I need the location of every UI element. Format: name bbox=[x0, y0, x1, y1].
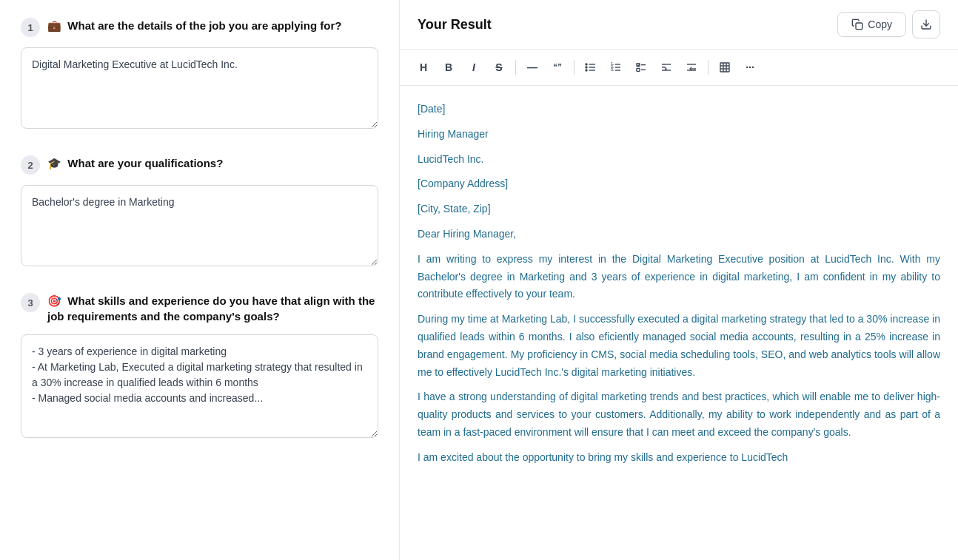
toolbar-indent-btn[interactable] bbox=[654, 55, 678, 79]
copy-icon bbox=[851, 18, 863, 30]
toolbar-bullet-list-btn[interactable] bbox=[579, 55, 603, 79]
answer-input-1[interactable]: Digital Marketing Executive at LucidTech… bbox=[21, 47, 378, 129]
toolbar-italic-btn[interactable]: I bbox=[462, 55, 486, 79]
download-icon bbox=[920, 18, 932, 30]
svg-text:3.: 3. bbox=[611, 68, 614, 72]
question-header-2: 2 🎓 What are your qualifications? bbox=[21, 155, 378, 175]
toolbar-quote-btn[interactable]: “” bbox=[546, 55, 569, 79]
address-line: [Company Address] bbox=[418, 175, 940, 193]
toolbar-strikethrough-btn[interactable]: S bbox=[487, 55, 511, 79]
download-button[interactable] bbox=[912, 10, 940, 38]
question-text-2: 🎓 What are your qualifications? bbox=[47, 155, 223, 171]
salutation-line: Dear Hiring Manager, bbox=[418, 226, 940, 243]
body-paragraph-4: I am excited about the opportunity to br… bbox=[418, 449, 940, 467]
question-block-2: 2 🎓 What are your qualifications? Bachel… bbox=[21, 155, 378, 269]
question-icon-1: 💼 bbox=[47, 19, 61, 32]
answer-input-2[interactable]: Bachelor's degree in Marketing bbox=[21, 185, 378, 266]
checklist-icon bbox=[635, 61, 647, 73]
svg-point-7 bbox=[586, 70, 587, 71]
question-icon-2: 🎓 bbox=[47, 157, 61, 169]
bullet-list-icon bbox=[585, 61, 597, 73]
right-panel: Your Result Copy H B I S — bbox=[400, 0, 958, 560]
toolbar-separator-3 bbox=[708, 60, 709, 75]
body-paragraph-3: I have a strong understanding of digital… bbox=[418, 388, 940, 441]
company-line: LucidTech Inc. bbox=[418, 151, 940, 169]
body-paragraph-1: I am writing to express my interest in t… bbox=[418, 251, 940, 303]
question-label-1: What are the details of the job you are … bbox=[67, 19, 341, 32]
city-line: [City, State, Zip] bbox=[418, 200, 940, 218]
svg-rect-24 bbox=[720, 63, 729, 72]
recipient-line: Hiring Manager bbox=[418, 126, 940, 144]
question-label-2: What are your qualifications? bbox=[67, 157, 223, 169]
question-header-1: 1 💼 What are the details of the job you … bbox=[21, 18, 378, 37]
toolbar-separator-2 bbox=[574, 60, 575, 75]
toolbar-heading-btn[interactable]: H bbox=[412, 55, 435, 79]
question-block-1: 1 💼 What are the details of the job you … bbox=[21, 18, 378, 132]
result-header: Your Result Copy bbox=[400, 0, 958, 50]
editor-toolbar: H B I S — “” 1.2.3. ··· bbox=[400, 50, 958, 86]
answer-input-3[interactable]: - 3 years of experience in digital marke… bbox=[21, 334, 378, 438]
toolbar-outdent-btn[interactable] bbox=[680, 55, 703, 79]
copy-button[interactable]: Copy bbox=[837, 12, 906, 37]
toolbar-table-btn[interactable] bbox=[713, 55, 737, 79]
table-icon bbox=[719, 61, 731, 73]
toolbar-separator-1 bbox=[515, 60, 516, 75]
toolbar-checklist-btn[interactable] bbox=[629, 55, 653, 79]
question-header-3: 3 🎯 What skills and experience do you ha… bbox=[21, 293, 378, 324]
question-number-3: 3 bbox=[21, 293, 40, 312]
indent-icon bbox=[660, 61, 672, 73]
left-panel: 1 💼 What are the details of the job you … bbox=[0, 0, 400, 560]
header-actions: Copy bbox=[837, 10, 940, 38]
question-number-1: 1 bbox=[21, 18, 40, 37]
svg-rect-16 bbox=[637, 68, 640, 71]
toolbar-bold-btn[interactable]: B bbox=[437, 55, 460, 79]
svg-point-6 bbox=[586, 67, 587, 68]
body-paragraph-2: During my time at Marketing Lab, I succe… bbox=[418, 311, 940, 381]
question-icon-3: 🎯 bbox=[47, 294, 61, 307]
question-text-3: 🎯 What skills and experience do you have… bbox=[47, 293, 378, 324]
toolbar-hr-btn[interactable]: — bbox=[520, 55, 544, 79]
question-label-3: What skills and experience do you have t… bbox=[47, 294, 375, 323]
question-text-1: 💼 What are the details of the job you ar… bbox=[47, 18, 341, 33]
date-line: [Date] bbox=[418, 101, 940, 118]
result-title: Your Result bbox=[418, 17, 492, 33]
svg-rect-0 bbox=[856, 23, 862, 30]
outdent-icon bbox=[686, 61, 697, 73]
toolbar-ordered-list-btn[interactable]: 1.2.3. bbox=[604, 55, 628, 79]
question-block-3: 3 🎯 What skills and experience do you ha… bbox=[21, 293, 378, 441]
svg-point-5 bbox=[586, 64, 587, 65]
toolbar-more-btn[interactable]: ··· bbox=[738, 55, 762, 79]
ordered-list-icon: 1.2.3. bbox=[610, 61, 622, 73]
editor-content[interactable]: [Date] Hiring Manager LucidTech Inc. [Co… bbox=[400, 86, 958, 560]
question-number-2: 2 bbox=[21, 155, 40, 175]
copy-label: Copy bbox=[868, 18, 892, 30]
